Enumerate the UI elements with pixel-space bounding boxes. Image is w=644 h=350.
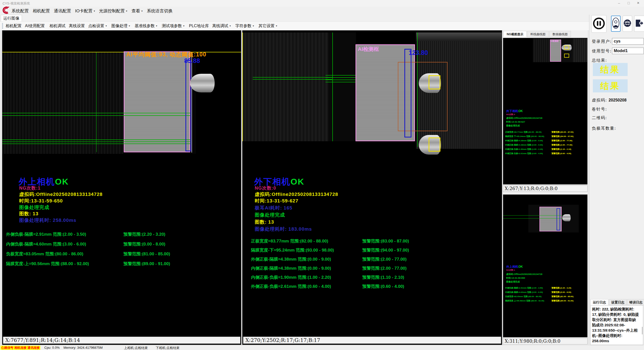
menu-system-config[interactable]: 系统配置 [12,8,29,14]
virtual-code-label: 虚拟码:20250208 [592,98,627,103]
thumb-line: 时间:13-31-59-627 [506,120,525,124]
thumb-measurement: 外侧正极-隔膜=4.38mm 范围:(0.00 - 9.00) [505,139,543,142]
user-login-button[interactable] [611,16,621,32]
minimize-icon[interactable] [614,0,624,6]
thumb-camera-name: 外上相机 [506,265,518,268]
log-scrollbar[interactable] [642,327,642,334]
yellow-detect-box [429,75,440,89]
tool-ai-use-config[interactable]: AI使用配置 [25,23,45,29]
tab-setting-log[interactable]: 设置日志 [609,299,627,305]
memory-usage: Memory: 3424.41796875M [63,346,103,349]
tool-plc-address[interactable]: PLC地址库 [189,23,209,29]
image-count-line: 图数: 13 [19,211,39,217]
thumb-image [528,205,579,232]
tab-run-log[interactable]: 运行日志 [590,299,608,305]
right-image-texture [243,32,328,141]
thumb-warning: 预警范围:(83.00 - 87.00) [552,131,573,133]
login-user-input[interactable]: cys [612,38,644,45]
width-value-label: 85.88 [184,57,200,64]
tool-test-item-params[interactable]: 测试项参数 [162,23,184,29]
virtual-code-value: 20250208 [608,98,626,102]
user-manage-button[interactable] [623,16,632,32]
tool-offline-setting[interactable]: 离线设置 [69,23,85,29]
ng-thumbnail-bottom[interactable]: 外上相机OK NG次数:1 虚拟码:Offline202502081331347… [503,194,588,337]
menu-view[interactable]: 查看 [132,8,143,14]
pause-button[interactable] [591,15,606,33]
tab-run-image[interactable]: 运行图像 [1,15,22,22]
edge-white-line [191,52,192,153]
heartbeat-badge: 心跳信号 [1,346,14,350]
tool-baseline-params[interactable]: 基准线参数 [135,23,157,29]
thumb-measurement: 内侧正极-负极=1.90mm 范围:(1.00 - 2.20) [505,148,543,151]
thumb-camera-name: 外下相机 [506,109,518,113]
process-cost-line: 图像处理耗时: 258.00ms [19,217,76,224]
thumb-measurement: 内侧正极-隔膜=4.38mm 范围:(0.00 - 9.00) [505,144,543,146]
thumb-warning: 预警范围:(2.20 - 3.20) [552,287,571,289]
measurement-text: 外侧负极-隔膜=2.91mm 范围:(2.00 - 3.50) [6,232,86,237]
thumb-camera-title: 外上相机OK [506,265,523,269]
thumb-warning: 预警范围:(2.00 - 77.00) [552,139,572,142]
virtual-code-line: 虚拟码:Offline20250208133134728 [19,191,103,198]
result-box-top: 结果 [593,63,628,76]
measurement-text: 负极宽度=83.05mm 范围:(80.00 - 86.00) [6,252,83,256]
tab-ng-screenshot[interactable]: NG截图显示 [503,31,527,37]
tool-camera-config[interactable]: 相机配置 [6,23,22,29]
tab-data-curve[interactable]: 数据曲线图 [549,31,571,37]
thumb-warning: 预警范围:(81.00 - 85.00) [552,295,573,298]
close-icon[interactable] [633,0,643,6]
tool-image-process[interactable]: 图像处理 [111,23,130,29]
thumb-measurement: 隔膜宽度-上=90.56mm 范围:(88.00 - 92.00) [505,299,544,302]
menu-io-card-config[interactable]: IO卡配置 [75,8,95,14]
width-measure-box [185,60,191,151]
tool-offline-debug[interactable]: 离线调试 [212,23,231,29]
measurement-text: 内侧正极-隔膜=4.38mm 范围:(0.00 - 9.00) [251,266,331,271]
view-tab-row: 运行图像 [0,15,644,22]
run-log-text[interactable]: 耗时: 222, 缺陷检测耗时: 17, 缺陷分类耗时: 0, 缺陷提取分区耗时… [590,305,643,345]
edge-yellow-line [242,32,243,141]
maximize-icon[interactable] [624,0,633,6]
thumb-ai-label: AI检测框 [551,40,559,43]
negative-tab-count-label: 负极耳数量: [592,126,616,131]
left-camera-viewport[interactable] [3,52,241,154]
tab-error-log[interactable]: 错误日志 [627,299,644,305]
camera-result: OK [291,177,304,186]
ng-count: NG次数:1 [19,185,41,191]
measure-line [2,113,191,113]
menu-language-switch[interactable]: 系统语言切换 [147,8,173,14]
time-line: 时间:13-31-59-627 [255,198,298,204]
warning-range: 预警范围:(83.00 - 87.00) [362,238,409,244]
tool-other-settings[interactable]: 其它设置 [259,23,277,29]
measure-line [253,77,332,78]
warning-range: 预警范围:(89.00 - 91.00) [123,261,170,267]
process-done-line: 图像处理完成 [19,204,49,211]
menu-light-control-config[interactable]: 光源控制配置 [99,8,127,14]
thumb-measurement: 负极宽度=83.05mm 范围:(80.00 - 86.00) [505,295,541,298]
thumb-measurement: 隔膜宽度-下=95.24mm 范围:(93.00 - 98.00) [505,135,544,138]
right-metal-top-band [416,32,502,41]
qr-code-label: 二维码: [592,115,607,121]
menu-comm-config[interactable]: 通讯配置 [54,8,71,14]
menu-camera-config[interactable]: 相机配置 [33,8,50,14]
thumb-measurement: 正极宽度=83.77mm 范围:(82.00 - 88.00) [505,131,541,133]
green-vertical-line [332,32,333,141]
thumb-line: 虚拟码:Offline20250208133134728 [506,117,542,120]
exit-button[interactable] [634,16,644,32]
tool-char-params[interactable]: 字符参数 [235,23,254,29]
toolbar-grip[interactable] [2,23,3,29]
ng-count: NG次数:0 [255,185,276,191]
model-input[interactable]: Model1 [612,48,644,54]
thumb-line: 时间:13-31-59-650 [506,276,525,280]
camera-result: OK [55,177,69,186]
tool-camera-debug[interactable]: 相机调试 [49,23,66,29]
needle-number-label: 卷针号: [592,107,607,112]
thumb-measurement: 外侧正极-负极=2.61mm 范围:(0.60 - 4.00) [505,152,543,155]
width-measure-box [404,49,411,137]
tab-material-curve[interactable]: 料线曲线图 [527,31,549,37]
ng-thumbnail-top[interactable]: AI检测框 外下相机OK NG次数:0 虚拟码:Offline202502081… [503,38,588,185]
menu-bar: 系统配置 相机配置 通讯配置 IO卡配置 光源控制配置 查看 系统语言切换 [0,7,644,15]
thumb-ai-region [550,40,561,62]
measurement-text: 外侧正极-隔膜=4.38mm 范围:(0.00 - 9.00) [251,257,331,262]
image-count-line: 图数: 13 [255,219,274,225]
tool-spot-check-setting[interactable]: 点检设置 [88,23,107,29]
thumb-ng-count: NG次数:1 [506,269,515,271]
